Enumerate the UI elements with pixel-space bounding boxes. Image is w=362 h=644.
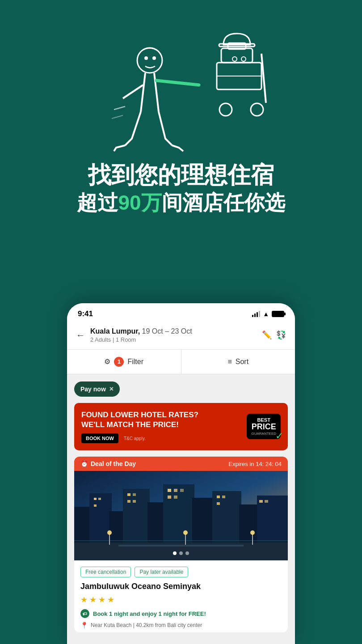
svg-rect-29 [127,500,130,503]
phone-mockup: 9:41 ▲ ← Kuala Lumpur, 19 Oct – 23 Oct 2… [67,303,295,644]
date-range: 19 Oct – 23 Oct [142,327,192,335]
dot-1 [173,551,177,555]
status-icons: ▲ [252,310,284,318]
sort-icon: ≡ [227,358,232,366]
svg-rect-26 [94,504,97,507]
pay-later-tag: Pay later available [135,567,188,577]
filter-sort-bar: ⚙ 1 Filter ≡ Sort [67,350,295,374]
book-now-button[interactable]: BOOK NOW [81,433,118,443]
hero-illustration [74,18,288,152]
filter-label: Filter [127,358,143,366]
svg-point-50 [250,530,255,535]
edit-icon[interactable]: ✏️ [262,330,272,340]
svg-rect-25 [98,498,101,500]
best-price-banner[interactable]: FOUND LOWER HOTEL RATES?WE'LL MATCH THE … [74,403,288,450]
svg-rect-31 [168,489,171,492]
promo-row: 🏷 Book 1 night and enjoy 1 night for FRE… [80,609,282,618]
svg-rect-34 [174,496,177,499]
deal-label-row: ⏰ Deal of the Day [80,460,136,467]
svg-rect-33 [168,496,171,499]
location-row: 📍 Near Kuta Beach | 40.2km from Bali cit… [80,622,282,629]
back-button[interactable]: ← [76,330,85,340]
hero-subtitle: 超过90万间酒店任你选 [77,191,285,215]
svg-point-12 [152,56,156,60]
svg-point-5 [251,103,263,116]
star-1: ★ [80,595,88,605]
location-text: Near Kuta Beach | 40.2km from Bali city … [91,622,202,628]
signal-icon [252,311,260,317]
stars-row: ★ ★ ★ ★ [80,595,282,605]
promo-text: Book 1 night and enjoy 1 night for FREE! [93,610,206,617]
hero-section: 找到您的理想住宿 超过90万间酒店任你选 [0,0,362,229]
search-actions: ✏️ 💱 [262,330,286,340]
svg-rect-28 [133,493,136,496]
sort-button[interactable]: ≡ Sort [181,350,295,374]
image-dots [173,551,189,555]
hero-title: 找到您的理想住宿 [88,161,274,189]
svg-rect-37 [222,496,225,498]
svg-rect-35 [180,489,184,492]
star-3: ★ [98,595,105,605]
hotel-name: Jambuluwuk Oceano Seminyak [80,582,282,591]
deal-card[interactable]: ⏰ Deal of the Day Expires in 14: 24: 04 [74,457,288,632]
svg-rect-32 [174,489,177,492]
content-area: Pay now × FOUND LOWER HOTEL RATES?WE'LL … [67,374,295,644]
promo-icon: 🏷 [80,609,89,618]
tnc-text: T&C apply. [124,436,146,441]
dot-2 [179,551,183,555]
svg-point-48 [183,530,188,535]
wifi-icon: ▲ [263,310,269,318]
sort-label: Sort [236,358,248,366]
search-details: 2 Adults | 1 Room [90,336,257,343]
location-pin-icon: 📍 [80,622,88,629]
star-4: ★ [107,595,114,605]
best-price-badge: BEST PRICE GUARANTEED ✓ [247,414,281,439]
banner-sub-row: BOOK NOW T&C apply. [81,433,242,443]
filter-button[interactable]: ⚙ 1 Filter [67,350,181,374]
banner-main-text: FOUND LOWER HOTEL RATES?WE'LL MATCH THE … [81,410,242,430]
svg-rect-44 [118,545,244,547]
banner-text: FOUND LOWER HOTEL RATES?WE'LL MATCH THE … [81,410,242,443]
svg-rect-42 [74,540,288,541]
currency-icon[interactable]: 💱 [276,330,286,340]
pay-now-label: Pay now [80,386,106,393]
svg-point-46 [107,530,112,535]
tags-row: Free cancellation Pay later available [80,567,282,577]
svg-point-9 [241,57,246,61]
svg-point-4 [219,103,232,116]
pay-now-filter[interactable]: Pay now × [74,381,120,397]
filter-badge: 1 [114,357,124,367]
hotel-info: Free cancellation Pay later available Ja… [74,560,288,632]
search-header: ← Kuala Lumpur, 19 Oct – 23 Oct 2 Adults… [67,322,295,350]
filter-icon: ⚙ [104,357,110,366]
status-bar: 9:41 ▲ [67,303,295,322]
deal-header: ⏰ Deal of the Day Expires in 14: 24: 04 [74,457,288,471]
free-cancellation-tag: Free cancellation [80,567,131,577]
dot-3 [185,551,189,555]
svg-rect-24 [94,498,97,500]
star-2: ★ [89,595,97,605]
checkmark-icon: ✓ [275,430,283,442]
deal-label: Deal of the Day [91,460,136,467]
battery-icon [272,311,284,317]
svg-rect-40 [265,500,268,503]
hotel-image [74,471,288,560]
svg-rect-38 [217,502,220,505]
pay-now-close[interactable]: × [109,385,114,393]
svg-rect-36 [217,496,220,498]
svg-rect-30 [133,500,136,503]
svg-point-11 [144,56,148,60]
deal-expires: Expires in 14: 24: 04 [228,461,282,467]
svg-rect-27 [127,493,130,496]
search-info: Kuala Lumpur, 19 Oct – 23 Oct 2 Adults |… [90,327,257,343]
svg-point-8 [232,57,237,61]
svg-rect-39 [259,500,263,503]
deal-alarm-icon: ⏰ [80,460,88,467]
search-city: Kuala Lumpur, 19 Oct – 23 Oct [90,327,257,335]
status-time: 9:41 [78,309,93,318]
